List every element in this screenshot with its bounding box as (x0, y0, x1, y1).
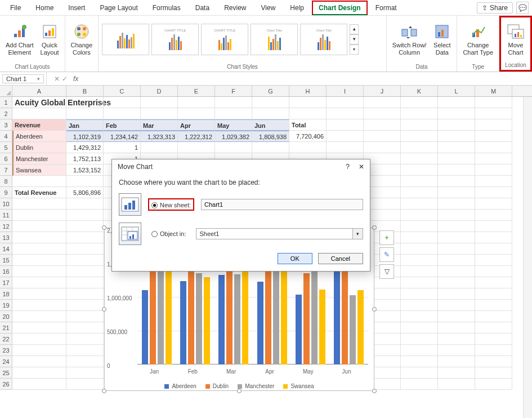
cell[interactable] (438, 288, 475, 300)
tab-help[interactable]: Help (283, 1, 311, 15)
row-header-4[interactable]: 4 (0, 131, 12, 142)
cell[interactable] (66, 333, 104, 345)
cell[interactable] (364, 108, 401, 119)
cell[interactable] (475, 198, 512, 210)
add-chart-element-button[interactable]: Add Chart Element (3, 21, 36, 56)
cell[interactable] (252, 97, 289, 108)
cell[interactable] (327, 108, 364, 119)
chart-style-4[interactable]: Chart Title (251, 24, 298, 55)
cell[interactable] (289, 142, 327, 153)
cell[interactable] (475, 243, 512, 255)
tab-chart-design[interactable]: Chart Design (312, 1, 368, 15)
cell[interactable] (401, 142, 438, 153)
row-header-26[interactable]: 26 (0, 379, 12, 390)
cell[interactable] (475, 97, 512, 108)
new-sheet-name-input[interactable] (201, 199, 363, 210)
legend-item[interactable]: Aberdeen (164, 383, 196, 389)
chart-bar[interactable] (196, 273, 202, 364)
row-header-5[interactable]: 5 (0, 142, 12, 153)
cell[interactable] (66, 367, 104, 379)
row-header-14[interactable]: 14 (0, 243, 12, 255)
cell[interactable] (12, 255, 66, 266)
tab-view[interactable]: View (254, 1, 283, 15)
resize-handle[interactable] (102, 225, 106, 230)
row-header-9[interactable]: 9 (0, 187, 12, 198)
cell[interactable] (401, 367, 438, 379)
cell[interactable] (66, 97, 104, 108)
cell[interactable] (475, 232, 512, 243)
cell[interactable] (364, 97, 401, 108)
cell[interactable] (104, 97, 141, 108)
resize-handle[interactable] (372, 307, 377, 312)
tab-format[interactable]: Format (369, 1, 404, 15)
cell[interactable] (178, 108, 215, 119)
cell[interactable] (66, 176, 104, 187)
cell[interactable] (438, 131, 475, 142)
comments-button[interactable]: 💬 (516, 2, 529, 14)
cell[interactable]: Manchester (12, 153, 66, 164)
col-header-K[interactable]: K (401, 86, 438, 96)
cell[interactable] (401, 131, 438, 142)
cell[interactable] (401, 153, 438, 164)
chart-bar[interactable] (257, 282, 263, 364)
cell[interactable] (438, 198, 475, 210)
cell[interactable] (438, 142, 475, 153)
cell[interactable] (475, 288, 512, 300)
cell[interactable]: Revenue (12, 119, 66, 131)
select-all-cells[interactable] (0, 86, 12, 96)
object-in-radio[interactable]: Object in: (148, 229, 189, 238)
cell[interactable] (401, 322, 438, 333)
col-header-J[interactable]: J (364, 86, 401, 96)
row-header-11[interactable]: 11 (0, 210, 12, 221)
dialog-help-button[interactable]: ? (346, 163, 350, 171)
switch-row-column-button[interactable]: Switch Row/ Column (390, 21, 429, 56)
cell[interactable] (475, 345, 512, 356)
cell[interactable] (66, 255, 104, 266)
chart-bar[interactable] (204, 277, 210, 364)
col-header-B[interactable]: B (66, 86, 104, 96)
row-header-19[interactable]: 19 (0, 300, 12, 311)
row-header-3[interactable]: 3 (0, 119, 12, 131)
cell[interactable] (66, 221, 104, 232)
cell[interactable] (401, 266, 438, 277)
cell[interactable] (401, 243, 438, 255)
cell[interactable] (401, 198, 438, 210)
cell[interactable] (215, 97, 252, 108)
cell[interactable] (12, 300, 66, 311)
cell[interactable] (12, 243, 66, 255)
cell[interactable] (438, 333, 475, 345)
cell[interactable]: 5,806,896 (66, 187, 104, 198)
cell[interactable] (12, 176, 66, 187)
cell[interactable] (66, 288, 104, 300)
vertical-scrollbar[interactable] (523, 97, 532, 418)
chart-bar[interactable] (296, 295, 302, 364)
cell[interactable]: Jan (66, 119, 104, 131)
cell[interactable]: 1,523,152 (66, 164, 104, 176)
cell[interactable] (438, 356, 475, 367)
cell[interactable]: Jun (252, 119, 289, 131)
cell[interactable] (475, 367, 512, 379)
row-header-23[interactable]: 23 (0, 345, 12, 356)
chart-bar[interactable] (218, 275, 225, 364)
cell[interactable] (401, 164, 438, 176)
tab-home[interactable]: Home (29, 1, 60, 15)
cell[interactable] (12, 333, 66, 345)
fx-icon[interactable]: fx (73, 75, 78, 83)
share-button[interactable]: ⇪ Share (477, 2, 513, 14)
cell[interactable] (401, 221, 438, 232)
cell[interactable] (178, 97, 215, 108)
cell[interactable] (327, 97, 364, 108)
cell[interactable]: Total (289, 119, 327, 131)
cell[interactable] (438, 311, 475, 322)
cell[interactable] (438, 210, 475, 221)
cell[interactable] (438, 255, 475, 266)
quick-layout-button[interactable]: Quick Layout (38, 21, 61, 56)
cell[interactable]: Feb (104, 119, 141, 131)
cell[interactable] (141, 97, 178, 108)
col-header-C[interactable]: C (104, 86, 141, 96)
chart-bar[interactable] (150, 268, 156, 364)
cell[interactable] (66, 277, 104, 288)
cell[interactable] (12, 221, 66, 232)
cell[interactable] (66, 322, 104, 333)
cell[interactable]: Acuity Global Enterprises (12, 97, 66, 108)
